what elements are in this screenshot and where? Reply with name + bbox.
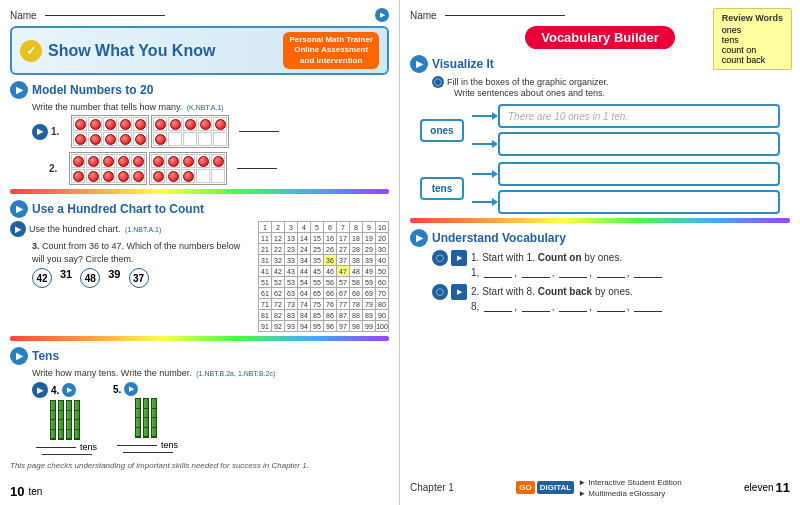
go-digital-badge: GO DIGITAL ► Interactive Student Edition… (516, 477, 681, 499)
go-label: GO (516, 481, 534, 494)
prob2-content: 2. Start with 8. Count back by ones. 8, … (471, 284, 664, 312)
checkmark-icon: ✓ (20, 40, 42, 62)
section3-instruction-row: Write how many tens. Write the number. (… (32, 368, 389, 378)
tens-answer-4[interactable] (36, 447, 76, 448)
tens-label-box: tens (420, 177, 464, 200)
num-42: 42 (32, 268, 52, 288)
prob1-marker: ◯ (432, 250, 448, 266)
ones-box-2-row (472, 132, 780, 156)
fill-icon: ◯ (432, 76, 444, 88)
prob1-content: 1. Start with 1. Count on by ones. 1, , … (471, 250, 664, 278)
hundred-chart-left: ▶ Use the hundred chart. (1.NBT.A.1) 3. … (10, 221, 252, 288)
section3-instruction: Write how many tens. Write the number. (… (32, 368, 275, 378)
number-answer-5[interactable] (123, 452, 173, 453)
problem-1-row: ▶ 1. (32, 115, 389, 148)
prob2-blank-5[interactable] (634, 311, 662, 312)
name-line-left: Name ▶ (10, 8, 389, 22)
banner-title: Show What You Know (48, 42, 215, 60)
tens-connector-1 (472, 170, 498, 178)
prob2-sequence: 8, , , , , (471, 301, 664, 312)
section1-title: Model Numbers to 20 (32, 83, 153, 97)
name-label-right: Name (410, 10, 437, 21)
prob2-blank-3[interactable] (559, 311, 587, 312)
num-31: 31 (60, 268, 72, 288)
pmt-line2: Online Assessment (289, 45, 373, 55)
page-num-right: 11 (776, 480, 790, 495)
visualize-icon: ▶ (410, 55, 428, 73)
problem-1-frames (71, 115, 229, 148)
ten-frame-1b (151, 115, 229, 148)
problem-1-label: 1. (51, 126, 65, 137)
ten-frame-1a (71, 115, 149, 148)
digital-items: ► Interactive Student Edition ► Multimed… (578, 477, 682, 499)
hundred-chart-table-container: 12345678910 11121314151617181920 2122232… (258, 221, 389, 332)
num-48: 48 (80, 268, 100, 288)
speaker-icon-left[interactable]: ▶ (375, 8, 389, 22)
review-word-count-back: count back (722, 55, 783, 65)
prob1-speaker[interactable]: ▶ (451, 250, 467, 266)
prob2-blank-1[interactable] (484, 311, 512, 312)
problem-1-answer[interactable] (239, 131, 279, 132)
right-page: Name ▶ Review Words ones tens count on c… (400, 0, 800, 505)
ones-box-filled[interactable]: There are 10 ones in 1 ten. (498, 104, 780, 128)
review-words-title: Review Words (722, 13, 783, 23)
graphic-organizer: ones There are 10 ones in 1 ten. (420, 104, 780, 214)
left-page: Name ▶ ✓ Show What You Know Personal Mat… (0, 0, 400, 505)
section2-instruction: Use the hundred chart. (1.NBT.A.1) (29, 224, 161, 234)
prob2-blank-4[interactable] (597, 311, 625, 312)
page-num-left-container: 10 ten (10, 484, 42, 499)
speaker-icon-4[interactable]: ▶ (62, 383, 76, 397)
number-answer-4[interactable] (42, 454, 92, 455)
tens-bar-4d (74, 400, 80, 440)
problem-2-answer[interactable] (237, 168, 277, 169)
ones-row: ones There are 10 ones in 1 ten. (420, 104, 780, 156)
problem-4-marker: ▶ (32, 382, 48, 398)
problem-5: 5. ▶ tens (113, 382, 178, 455)
right-bottom: Chapter 1 GO DIGITAL ► Interactive Stude… (400, 477, 800, 499)
tens-box-1[interactable] (498, 162, 780, 186)
prob2-start: 8, (471, 301, 482, 312)
section1-icon: ▶ (10, 81, 28, 99)
name-underline-left[interactable] (45, 15, 165, 16)
tens-answer-5[interactable] (117, 445, 157, 446)
problem-5-label: 5. (113, 384, 121, 395)
bottom-note: This page checks understanding of import… (10, 461, 389, 470)
page-num-right-container: eleven 11 (744, 480, 790, 495)
ones-box-empty[interactable] (498, 132, 780, 156)
prob1-blank-3[interactable] (559, 277, 587, 278)
speaker-icon-5[interactable]: ▶ (124, 382, 138, 396)
fill-instruction-2: Write sentences about ones and tens. (454, 88, 790, 98)
tens-row: tens (420, 162, 780, 214)
chapter-label: Chapter 1 (410, 482, 454, 493)
problem-2-frames (69, 152, 227, 185)
section2-header: ▶ Use a Hundred Chart to Count (10, 200, 389, 218)
understand-prob-2: ◯ ▶ 2. Start with 8. Count back by ones.… (432, 284, 790, 312)
tens-box-2[interactable] (498, 190, 780, 214)
problem-4: ▶ 4. ▶ tens (32, 382, 97, 455)
count-question: 3. Count from 36 to 47. Which of the num… (32, 240, 252, 265)
review-word-tens: tens (722, 35, 783, 45)
prob1-blank-5[interactable] (634, 277, 662, 278)
ones-boxes: There are 10 ones in 1 ten. (472, 104, 780, 156)
review-word-ones: ones (722, 25, 783, 35)
prob2-speaker[interactable]: ▶ (451, 284, 467, 300)
prob1-blank-4[interactable] (597, 277, 625, 278)
prob1-start: 1, (471, 267, 482, 278)
section1-instruction: Write the number that tells how many. (K… (32, 102, 389, 112)
prob2-blank-2[interactable] (522, 311, 550, 312)
tens-box-2-row (472, 190, 780, 214)
ones-box-1-row: There are 10 ones in 1 ten. (472, 104, 780, 128)
filled-text: There are 10 ones in 1 ten. (508, 111, 628, 122)
rainbow-divider-1 (10, 189, 389, 194)
num-39: 39 (108, 268, 120, 288)
prob1-blank-1[interactable] (484, 277, 512, 278)
prob2-text: 2. Start with 8. Count back by ones. (471, 284, 664, 299)
section3-icon: ▶ (10, 347, 28, 365)
problem-1-marker: ▶ (32, 124, 48, 140)
page-word-right: eleven (744, 482, 773, 493)
prob1-blank-2[interactable] (522, 277, 550, 278)
tens-bar-4b (58, 400, 64, 440)
problem-3: 3. Count from 36 to 47. Which of the num… (32, 240, 252, 288)
digital-item-1: ► Interactive Student Edition (578, 477, 682, 488)
name-underline-right[interactable] (445, 15, 565, 16)
